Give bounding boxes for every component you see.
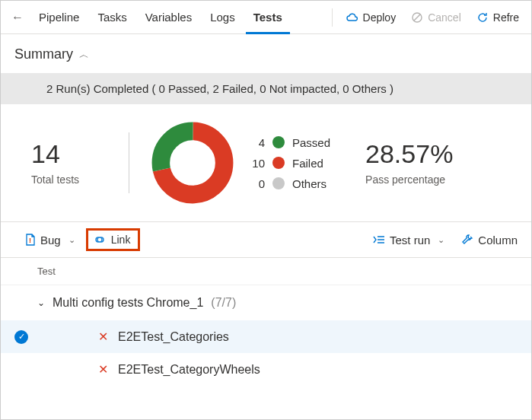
tab-bar: ← Pipeline Tasks Variables Logs Tests De…	[1, 1, 531, 34]
tab-tests[interactable]: Tests	[246, 1, 290, 34]
chevron-down-icon: ⌄	[37, 298, 45, 308]
dot-icon	[272, 177, 285, 189]
test-group-row[interactable]: ⌄ Multi config tests Chrome_1 (7/7)	[1, 285, 531, 320]
divider	[129, 132, 129, 193]
deploy-button[interactable]: Deploy	[340, 5, 403, 30]
selected-check-icon[interactable]: ✓	[14, 330, 28, 344]
run-status-bar: 2 Run(s) Completed ( 0 Passed, 2 Failed,…	[1, 73, 531, 104]
file-icon: !	[25, 234, 36, 246]
bug-button[interactable]: ! Bug ⌄	[19, 231, 81, 250]
legend-passed-count: 4	[248, 136, 265, 149]
refresh-label: Refre	[493, 11, 519, 24]
legend-failed-label: Failed	[292, 157, 323, 170]
pass-percentage-value: 28.57%	[365, 140, 453, 168]
total-tests-label: Total tests	[31, 173, 123, 186]
dot-icon	[272, 157, 285, 169]
column-label: Column	[478, 234, 518, 247]
legend-failed: 10 Failed	[248, 157, 330, 170]
chevron-down-icon: ⌄	[438, 235, 444, 245]
back-arrow-icon[interactable]: ←	[7, 11, 28, 24]
pass-percentage-stat: 28.57% Pass percentage	[365, 140, 453, 185]
bug-label: Bug	[40, 234, 61, 247]
donut-chart-wrap: 4 Passed 10 Failed 0 Others	[151, 121, 330, 205]
collapse-icon	[373, 234, 385, 245]
link-label: Link	[111, 234, 131, 246]
tab-logs[interactable]: Logs	[202, 1, 243, 34]
test-name: E2ETest_CategoryWheels	[118, 363, 260, 377]
column-options-button[interactable]: Column	[455, 231, 524, 250]
tab-pipeline[interactable]: Pipeline	[31, 1, 87, 34]
prohibit-icon	[411, 11, 423, 24]
refresh-button[interactable]: Refre	[470, 5, 525, 30]
dot-icon	[272, 136, 285, 148]
fail-x-icon: ✕	[97, 362, 109, 377]
cancel-label: Cancel	[428, 11, 461, 24]
test-column-header[interactable]: Test	[1, 258, 531, 285]
legend-passed: 4 Passed	[248, 136, 330, 149]
results-toolbar: ! Bug ⌄ Link Test run ⌄ Column	[1, 221, 531, 258]
cloud-icon	[346, 12, 358, 23]
summary-title: Summary	[14, 46, 73, 62]
divider	[332, 8, 333, 27]
pass-percentage-label: Pass percentage	[365, 173, 453, 186]
test-name: E2ETest_Categories	[118, 330, 229, 344]
test-run-label: Test run	[390, 234, 430, 247]
refresh-icon	[476, 11, 489, 24]
test-row[interactable]: ✕ E2ETest_CategoryWheels	[1, 353, 531, 386]
legend-failed-count: 10	[248, 157, 265, 170]
legend-others-count: 0	[248, 177, 265, 190]
group-count: (7/7)	[211, 296, 236, 310]
group-name: Multi config tests Chrome_1	[53, 296, 203, 310]
wrench-icon	[461, 234, 473, 246]
chart-legend: 4 Passed 10 Failed 0 Others	[248, 136, 330, 190]
svg-line-1	[414, 14, 420, 21]
summary-header[interactable]: Summary ︿	[1, 34, 531, 73]
cancel-button: Cancel	[405, 5, 467, 30]
stats-row: 14 Total tests 4 Passed 10 Failed 0 Othe…	[1, 104, 531, 221]
test-row[interactable]: ✓ ✕ E2ETest_Categories	[1, 320, 531, 353]
total-tests-value: 14	[31, 140, 123, 168]
fail-x-icon: ✕	[97, 329, 109, 344]
legend-passed-label: Passed	[292, 136, 330, 149]
total-tests-stat: 14 Total tests	[31, 140, 123, 185]
link-icon	[93, 234, 107, 245]
svg-text:!: !	[29, 237, 31, 244]
tab-tasks[interactable]: Tasks	[90, 1, 134, 34]
legend-others: 0 Others	[248, 177, 330, 190]
link-button[interactable]: Link	[86, 228, 141, 251]
tab-variables[interactable]: Variables	[138, 1, 199, 34]
test-run-button[interactable]: Test run ⌄	[367, 231, 451, 250]
deploy-label: Deploy	[363, 11, 397, 24]
chevron-up-icon: ︿	[79, 48, 89, 62]
legend-others-label: Others	[292, 177, 327, 190]
donut-chart	[151, 121, 234, 205]
chevron-down-icon: ⌄	[68, 235, 75, 245]
